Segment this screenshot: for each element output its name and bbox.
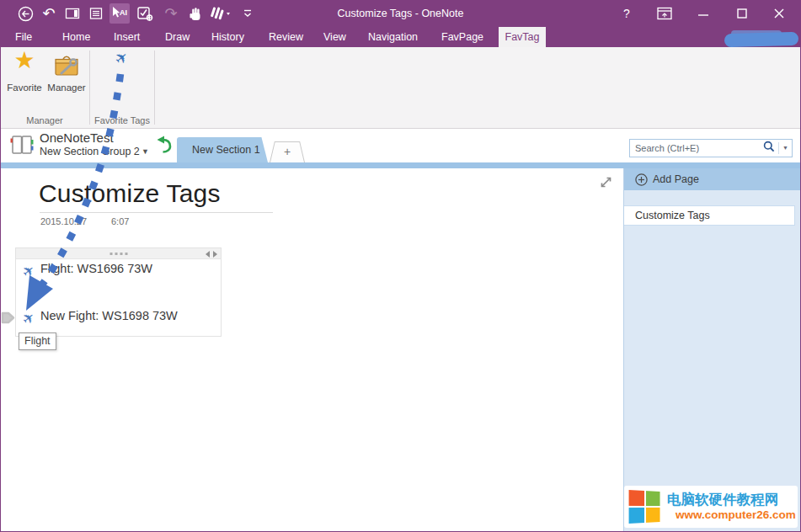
- tooltip-flight: Flight: [19, 332, 56, 350]
- panning-hand-icon[interactable]: [185, 3, 206, 24]
- group-label-manager: Manager: [0, 115, 89, 125]
- tab-review[interactable]: Review: [269, 27, 303, 47]
- tab-history[interactable]: History: [211, 27, 244, 47]
- tab-draw[interactable]: Draw: [165, 27, 190, 47]
- tab-view[interactable]: View: [323, 27, 346, 47]
- undo-icon[interactable]: ↶: [39, 3, 59, 24]
- toolbox-icon: [51, 67, 82, 82]
- tab-navigation[interactable]: Navigation: [368, 27, 418, 47]
- ribbon-favtag: ★ Favorite Manager Manager ✈ Favorite Ta…: [0, 47, 801, 129]
- section-color-strip: [0, 162, 801, 168]
- notebook-nav-row: OneNoteTest New Section Group 2 ▼ New Se…: [0, 129, 801, 162]
- search-icon[interactable]: [763, 141, 775, 156]
- full-page-view-icon[interactable]: [86, 3, 106, 24]
- watermark-site-name: 电脑软硬件教程网: [667, 492, 796, 508]
- favorite-button[interactable]: ★: [5, 49, 44, 101]
- page-canvas[interactable]: [0, 168, 623, 532]
- group-separator: [154, 51, 155, 125]
- ink-scribble: [724, 32, 798, 47]
- redo-icon[interactable]: ↷: [161, 3, 181, 24]
- star-icon: ★: [13, 47, 35, 73]
- note-line-1[interactable]: Flight: WS1696 73W: [40, 262, 152, 275]
- close-button[interactable]: [768, 3, 790, 24]
- notebook-icon[interactable]: [10, 133, 34, 160]
- minimize-button[interactable]: [692, 3, 714, 24]
- page-list-item-customize-tags[interactable]: Customize Tags: [624, 205, 795, 226]
- add-page-button[interactable]: Add Page: [624, 168, 801, 190]
- parent-section-group-arrow-icon[interactable]: [157, 136, 172, 158]
- note-container[interactable]: ✈ Flight: WS1696 73W ✈ New Fight: WS1698…: [15, 247, 222, 337]
- search-box: ▼: [629, 139, 793, 157]
- airplane-icon: ✈: [112, 48, 131, 67]
- help-button[interactable]: ?: [616, 3, 638, 24]
- select-and-type-icon[interactable]: AI: [109, 3, 130, 24]
- customize-toolbar-icon[interactable]: [238, 3, 258, 24]
- add-section-tab[interactable]: +: [270, 141, 305, 162]
- notebook-title[interactable]: OneNoteTest: [40, 130, 114, 145]
- svg-text:AI: AI: [120, 8, 127, 17]
- manager-button[interactable]: [47, 52, 86, 101]
- favorite-pens-icon[interactable]: [207, 3, 232, 24]
- flight-tag-button[interactable]: ✈: [108, 51, 136, 79]
- page-time: 6:07: [111, 216, 129, 226]
- add-page-plus-icon: [635, 173, 648, 186]
- page-list-panel: Add Page Customize Tags: [623, 168, 801, 532]
- watermark-site-url: www.computer26.com: [676, 508, 796, 522]
- flight-tag-icon[interactable]: ✈: [19, 262, 38, 280]
- search-input[interactable]: [630, 143, 763, 153]
- dock-to-desktop-icon[interactable]: [62, 3, 83, 24]
- back-icon[interactable]: [15, 3, 35, 24]
- page-date: 2015.10.27: [40, 216, 87, 226]
- todo-tag-settings-icon[interactable]: [135, 3, 155, 24]
- page-title[interactable]: Customize Tags: [39, 179, 221, 208]
- title-bar: Customize Tags - OneNote ↶ AI ↷: [0, 0, 801, 27]
- manager-button-label: Manager: [45, 82, 88, 93]
- flight-tag-icon[interactable]: ✈: [19, 309, 38, 327]
- tab-file[interactable]: File: [15, 27, 32, 47]
- section-tab-new-section-1[interactable]: New Section 1: [177, 137, 268, 162]
- note-container-header[interactable]: [16, 248, 221, 259]
- ribbon-display-options-icon[interactable]: [654, 3, 676, 24]
- title-underline: [40, 212, 273, 213]
- drag-grip-icon[interactable]: [109, 253, 127, 255]
- expand-page-list-icon[interactable]: [599, 175, 613, 193]
- search-scope-dropdown-icon[interactable]: ▼: [778, 142, 792, 154]
- paragraph-handle-icon[interactable]: [1, 310, 15, 328]
- tab-favpage[interactable]: FavPage: [441, 27, 483, 47]
- section-group-name[interactable]: New Section Group 2: [40, 146, 140, 157]
- favorite-button-label: Favorite: [3, 82, 46, 93]
- watermark-logo-icon: [629, 490, 660, 524]
- tab-home[interactable]: Home: [62, 27, 90, 47]
- group-label-favorite-tags: Favorite Tags: [90, 115, 154, 125]
- note-line-2[interactable]: New Fight: WS1698 73W: [40, 309, 178, 322]
- resize-handles-icon[interactable]: [206, 251, 217, 258]
- group-separator: [89, 51, 90, 125]
- watermark-badge: 电脑软硬件教程网 www.computer26.com: [624, 486, 798, 528]
- chevron-down-icon[interactable]: ▼: [142, 147, 149, 156]
- tab-insert[interactable]: Insert: [114, 27, 140, 47]
- onenote-window: Customize Tags - OneNote ↶ AI ↷: [0, 0, 801, 532]
- window-border: [0, 0, 1, 532]
- maximize-button[interactable]: [731, 3, 753, 24]
- ribbon-tab-bar: File Home Insert Draw History Review Vie…: [0, 27, 801, 47]
- tab-favtag-active[interactable]: FavTag: [499, 27, 546, 47]
